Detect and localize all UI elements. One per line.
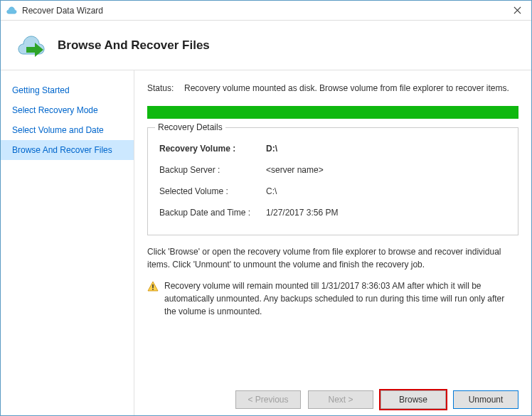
sidebar-item-select-recovery-mode[interactable]: Select Recovery Mode xyxy=(1,100,134,120)
info-text: Click 'Browse' or open the recovery volu… xyxy=(147,245,518,271)
details-group-title: Recovery Details xyxy=(155,122,225,132)
wizard-header: Browse And Recover Files xyxy=(1,21,531,70)
status-label: Status: xyxy=(147,83,184,93)
unmount-button[interactable]: Unmount xyxy=(453,390,518,409)
svg-rect-3 xyxy=(152,289,154,290)
backup-datetime-value: 1/27/2017 3:56 PM xyxy=(266,208,338,218)
previous-button: < Previous xyxy=(235,390,301,409)
backup-server-value: <server name> xyxy=(266,165,324,175)
sidebar-item-select-volume-date[interactable]: Select Volume and Date xyxy=(1,120,134,140)
status-row: Status: Recovery volume mounted as disk.… xyxy=(147,83,518,93)
recovery-volume-label: Recovery Volume : xyxy=(159,144,266,154)
detail-row-backup-server: Backup Server : <server name> xyxy=(159,159,506,181)
status-text: Recovery volume mounted as disk. Browse … xyxy=(184,83,518,93)
backup-datetime-label: Backup Date and Time : xyxy=(159,208,266,218)
wizard-sidebar: Getting Started Select Recovery Mode Sel… xyxy=(1,70,134,416)
main-area: Getting Started Select Recovery Mode Sel… xyxy=(1,70,531,416)
warning-text: Recovery volume will remain mounted till… xyxy=(164,279,518,318)
window-title: Recover Data Wizard xyxy=(22,6,503,16)
content-pane: Status: Recovery volume mounted as disk.… xyxy=(134,70,531,416)
svg-rect-2 xyxy=(152,284,154,288)
sidebar-item-browse-recover[interactable]: Browse And Recover Files xyxy=(1,140,134,160)
progress-bar xyxy=(147,106,518,119)
detail-row-backup-datetime: Backup Date and Time : 1/27/2017 3:56 PM xyxy=(159,202,506,223)
button-bar: < Previous Next > Browse Unmount xyxy=(235,390,518,409)
next-button: Next > xyxy=(308,390,373,409)
warning-row: Recovery volume will remain mounted till… xyxy=(147,279,518,318)
titlebar: Recover Data Wizard xyxy=(1,1,531,21)
browse-button[interactable]: Browse xyxy=(381,390,446,409)
selected-volume-value: C:\ xyxy=(266,186,277,196)
detail-row-recovery-volume: Recovery Volume : D:\ xyxy=(159,135,506,159)
warning-icon xyxy=(147,281,159,292)
app-icon xyxy=(5,4,18,17)
close-button[interactable] xyxy=(503,1,531,20)
selected-volume-label: Selected Volume : xyxy=(159,186,266,196)
backup-server-label: Backup Server : xyxy=(159,165,266,175)
page-title: Browse And Recover Files xyxy=(58,38,210,53)
detail-row-selected-volume: Selected Volume : C:\ xyxy=(159,181,506,202)
cloud-arrow-icon xyxy=(14,31,48,60)
recovery-details-group: Recovery Details Recovery Volume : D:\ B… xyxy=(147,127,518,235)
sidebar-item-getting-started[interactable]: Getting Started xyxy=(1,80,134,100)
recovery-volume-value: D:\ xyxy=(266,144,277,154)
